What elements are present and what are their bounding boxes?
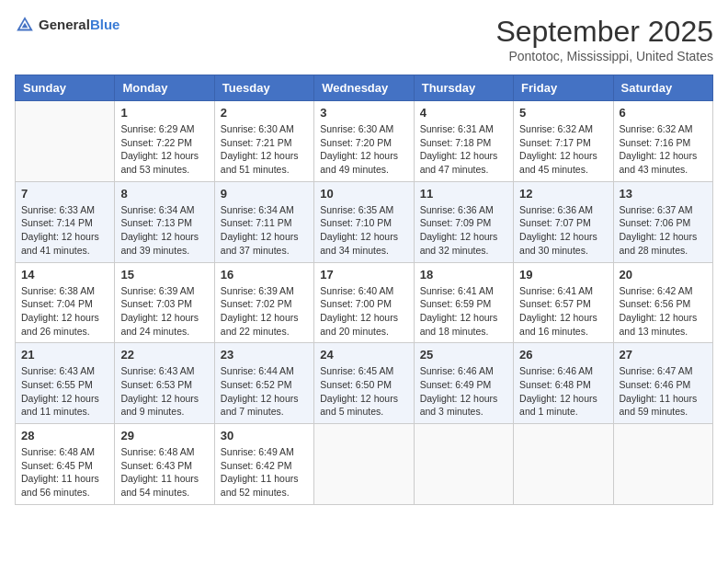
calendar-cell: 21Sunrise: 6:43 AM Sunset: 6:55 PM Dayli… bbox=[16, 343, 115, 424]
day-info: Sunrise: 6:46 AM Sunset: 6:48 PM Dayligh… bbox=[519, 364, 607, 419]
calendar-cell: 24Sunrise: 6:45 AM Sunset: 6:50 PM Dayli… bbox=[314, 343, 414, 424]
weekday-header-friday: Friday bbox=[514, 75, 613, 101]
calendar-cell: 29Sunrise: 6:48 AM Sunset: 6:43 PM Dayli… bbox=[115, 424, 214, 505]
day-number: 13 bbox=[620, 187, 707, 201]
day-info: Sunrise: 6:47 AM Sunset: 6:46 PM Dayligh… bbox=[620, 364, 707, 419]
day-info: Sunrise: 6:48 AM Sunset: 6:45 PM Dayligh… bbox=[21, 445, 108, 500]
day-number: 19 bbox=[519, 268, 607, 282]
calendar-week-row: 28Sunrise: 6:48 AM Sunset: 6:45 PM Dayli… bbox=[16, 424, 713, 505]
calendar-cell: 4Sunrise: 6:31 AM Sunset: 7:18 PM Daylig… bbox=[414, 101, 513, 182]
logo-general-text: General bbox=[39, 17, 90, 32]
day-number: 3 bbox=[320, 106, 407, 120]
day-number: 11 bbox=[420, 187, 507, 201]
day-number: 20 bbox=[620, 268, 707, 282]
day-number: 7 bbox=[21, 187, 108, 201]
day-info: Sunrise: 6:30 AM Sunset: 7:21 PM Dayligh… bbox=[221, 122, 308, 177]
day-info: Sunrise: 6:32 AM Sunset: 7:16 PM Dayligh… bbox=[620, 122, 707, 177]
day-info: Sunrise: 6:43 AM Sunset: 6:53 PM Dayligh… bbox=[120, 364, 208, 419]
calendar-cell bbox=[514, 424, 613, 505]
calendar-cell: 11Sunrise: 6:36 AM Sunset: 7:09 PM Dayli… bbox=[414, 181, 513, 262]
day-info: Sunrise: 6:34 AM Sunset: 7:11 PM Dayligh… bbox=[221, 203, 308, 258]
page-header: GeneralBlue September 2025 Pontotoc, Mis… bbox=[15, 15, 713, 63]
calendar-cell: 13Sunrise: 6:37 AM Sunset: 7:06 PM Dayli… bbox=[613, 181, 712, 262]
calendar-cell: 1Sunrise: 6:29 AM Sunset: 7:22 PM Daylig… bbox=[115, 101, 214, 182]
calendar-cell: 10Sunrise: 6:35 AM Sunset: 7:10 PM Dayli… bbox=[314, 181, 414, 262]
weekday-header-row: SundayMondayTuesdayWednesdayThursdayFrid… bbox=[16, 75, 713, 101]
day-info: Sunrise: 6:33 AM Sunset: 7:14 PM Dayligh… bbox=[21, 203, 108, 258]
day-info: Sunrise: 6:44 AM Sunset: 6:52 PM Dayligh… bbox=[221, 364, 308, 419]
calendar-week-row: 14Sunrise: 6:38 AM Sunset: 7:04 PM Dayli… bbox=[16, 262, 713, 343]
day-number: 9 bbox=[221, 187, 308, 201]
day-info: Sunrise: 6:43 AM Sunset: 6:55 PM Dayligh… bbox=[21, 364, 108, 419]
day-number: 4 bbox=[420, 106, 507, 120]
weekday-header-sunday: Sunday bbox=[16, 75, 115, 101]
title-area: September 2025 Pontotoc, Mississippi, Un… bbox=[495, 15, 713, 63]
calendar-cell: 30Sunrise: 6:49 AM Sunset: 6:42 PM Dayli… bbox=[214, 424, 313, 505]
day-info: Sunrise: 6:34 AM Sunset: 7:13 PM Dayligh… bbox=[120, 203, 208, 258]
day-info: Sunrise: 6:41 AM Sunset: 6:57 PM Dayligh… bbox=[519, 284, 607, 339]
location-subtitle: Pontotoc, Mississippi, United States bbox=[495, 49, 713, 63]
day-number: 28 bbox=[21, 429, 108, 442]
calendar-week-row: 7Sunrise: 6:33 AM Sunset: 7:14 PM Daylig… bbox=[16, 181, 713, 262]
day-info: Sunrise: 6:31 AM Sunset: 7:18 PM Dayligh… bbox=[420, 122, 507, 177]
day-info: Sunrise: 6:48 AM Sunset: 6:43 PM Dayligh… bbox=[120, 445, 208, 500]
day-number: 26 bbox=[519, 348, 607, 362]
calendar-cell: 6Sunrise: 6:32 AM Sunset: 7:16 PM Daylig… bbox=[613, 101, 712, 182]
day-info: Sunrise: 6:41 AM Sunset: 6:59 PM Dayligh… bbox=[420, 284, 507, 339]
day-number: 18 bbox=[420, 268, 507, 282]
weekday-header-wednesday: Wednesday bbox=[314, 75, 414, 101]
day-number: 8 bbox=[120, 187, 208, 201]
calendar-cell bbox=[314, 424, 414, 505]
day-info: Sunrise: 6:40 AM Sunset: 7:00 PM Dayligh… bbox=[320, 284, 407, 339]
day-info: Sunrise: 6:35 AM Sunset: 7:10 PM Dayligh… bbox=[320, 203, 407, 258]
calendar-cell: 19Sunrise: 6:41 AM Sunset: 6:57 PM Dayli… bbox=[514, 262, 613, 343]
weekday-header-monday: Monday bbox=[115, 75, 214, 101]
calendar-cell: 2Sunrise: 6:30 AM Sunset: 7:21 PM Daylig… bbox=[214, 101, 313, 182]
calendar-cell: 14Sunrise: 6:38 AM Sunset: 7:04 PM Dayli… bbox=[16, 262, 115, 343]
day-number: 25 bbox=[420, 348, 507, 362]
calendar-cell: 28Sunrise: 6:48 AM Sunset: 6:45 PM Dayli… bbox=[16, 424, 115, 505]
day-number: 29 bbox=[120, 429, 208, 442]
month-title: September 2025 bbox=[495, 15, 713, 49]
day-number: 14 bbox=[21, 268, 108, 282]
day-number: 5 bbox=[519, 106, 607, 120]
day-info: Sunrise: 6:49 AM Sunset: 6:42 PM Dayligh… bbox=[221, 445, 308, 500]
weekday-header-saturday: Saturday bbox=[613, 75, 712, 101]
calendar-cell: 16Sunrise: 6:39 AM Sunset: 7:02 PM Dayli… bbox=[214, 262, 313, 343]
logo-blue-text: Blue bbox=[90, 17, 120, 32]
day-number: 23 bbox=[221, 348, 308, 362]
calendar-cell bbox=[16, 101, 115, 182]
calendar-cell: 9Sunrise: 6:34 AM Sunset: 7:11 PM Daylig… bbox=[214, 181, 313, 262]
calendar-cell: 17Sunrise: 6:40 AM Sunset: 7:00 PM Dayli… bbox=[314, 262, 414, 343]
calendar-cell: 20Sunrise: 6:42 AM Sunset: 6:56 PM Dayli… bbox=[613, 262, 712, 343]
calendar-cell: 25Sunrise: 6:46 AM Sunset: 6:49 PM Dayli… bbox=[414, 343, 513, 424]
day-number: 16 bbox=[221, 268, 308, 282]
weekday-header-thursday: Thursday bbox=[414, 75, 513, 101]
calendar-cell: 15Sunrise: 6:39 AM Sunset: 7:03 PM Dayli… bbox=[115, 262, 214, 343]
day-number: 6 bbox=[620, 106, 707, 120]
day-number: 1 bbox=[120, 106, 208, 120]
day-info: Sunrise: 6:36 AM Sunset: 7:09 PM Dayligh… bbox=[420, 203, 507, 258]
day-number: 2 bbox=[221, 106, 308, 120]
calendar-cell: 3Sunrise: 6:30 AM Sunset: 7:20 PM Daylig… bbox=[314, 101, 414, 182]
day-number: 22 bbox=[120, 348, 208, 362]
calendar-week-row: 21Sunrise: 6:43 AM Sunset: 6:55 PM Dayli… bbox=[16, 343, 713, 424]
day-number: 24 bbox=[320, 348, 407, 362]
calendar-cell: 26Sunrise: 6:46 AM Sunset: 6:48 PM Dayli… bbox=[514, 343, 613, 424]
calendar-week-row: 1Sunrise: 6:29 AM Sunset: 7:22 PM Daylig… bbox=[16, 101, 713, 182]
day-number: 15 bbox=[120, 268, 208, 282]
day-number: 21 bbox=[21, 348, 108, 362]
calendar-cell: 22Sunrise: 6:43 AM Sunset: 6:53 PM Dayli… bbox=[115, 343, 214, 424]
calendar-cell: 5Sunrise: 6:32 AM Sunset: 7:17 PM Daylig… bbox=[514, 101, 613, 182]
logo-icon bbox=[15, 15, 35, 35]
calendar-cell: 12Sunrise: 6:36 AM Sunset: 7:07 PM Dayli… bbox=[514, 181, 613, 262]
calendar-cell: 18Sunrise: 6:41 AM Sunset: 6:59 PM Dayli… bbox=[414, 262, 513, 343]
day-number: 27 bbox=[620, 348, 707, 362]
day-info: Sunrise: 6:45 AM Sunset: 6:50 PM Dayligh… bbox=[320, 364, 407, 419]
day-number: 30 bbox=[221, 429, 308, 442]
day-info: Sunrise: 6:36 AM Sunset: 7:07 PM Dayligh… bbox=[519, 203, 607, 258]
day-info: Sunrise: 6:46 AM Sunset: 6:49 PM Dayligh… bbox=[420, 364, 507, 419]
day-info: Sunrise: 6:32 AM Sunset: 7:17 PM Dayligh… bbox=[519, 122, 607, 177]
day-number: 12 bbox=[519, 187, 607, 201]
day-info: Sunrise: 6:37 AM Sunset: 7:06 PM Dayligh… bbox=[620, 203, 707, 258]
